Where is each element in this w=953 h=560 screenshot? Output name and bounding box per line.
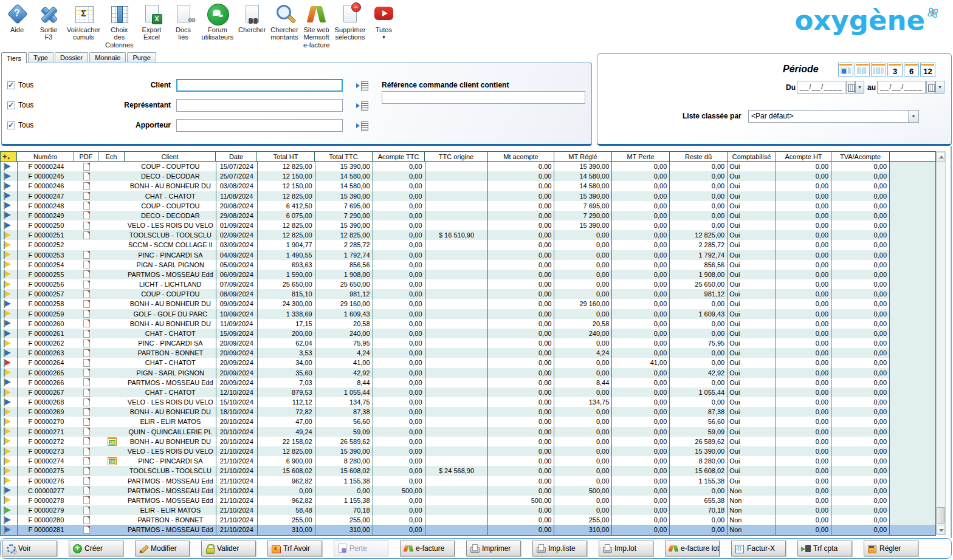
- toolbar-button-colonnes[interactable]: Choix des Colonnes: [103, 1, 136, 49]
- creer-button[interactable]: Créer: [69, 541, 123, 556]
- imp-lot-button[interactable]: Imp.lot: [599, 541, 653, 556]
- pdf-document-icon[interactable]: [83, 428, 90, 435]
- pdf-document-icon[interactable]: [83, 340, 90, 347]
- tab-dossier[interactable]: Dossier: [55, 52, 88, 62]
- pdf-document-icon[interactable]: [83, 222, 90, 230]
- column-header-acompte_ht[interactable]: Acompte HT: [776, 151, 831, 162]
- date-to-input[interactable]: __/__/____: [877, 81, 926, 94]
- imp-liste-button[interactable]: Imp.liste: [532, 541, 587, 556]
- client-input[interactable]: [176, 79, 343, 92]
- date-to-dropdown-button[interactable]: [935, 81, 944, 94]
- column-header-mt_acompte[interactable]: Mt acompte: [488, 151, 554, 162]
- date-to-calendar-icon[interactable]: [926, 81, 935, 94]
- pdf-document-icon[interactable]: [83, 448, 90, 456]
- table-row[interactable]: F 00000256LICHT - LICHTLAND07/09/202425 …: [1, 279, 936, 289]
- pdf-document-icon[interactable]: [83, 457, 90, 465]
- table-row[interactable]: F 00000251TOOLSCLUB - TOOLSCLU02/09/2024…: [1, 230, 936, 240]
- column-options-button[interactable]: +▾: [0, 151, 17, 162]
- toolbar-button-chercher[interactable]: Chercher: [236, 1, 268, 34]
- tab-monnaie[interactable]: Monnaie: [89, 52, 126, 62]
- scroll-up-button[interactable]: [937, 152, 945, 162]
- table-row[interactable]: F 00000267CHAT - CHATOT12/10/2024879,531…: [1, 388, 936, 397]
- column-header-tva_acompte[interactable]: TVA/Acompte: [831, 151, 890, 162]
- trf-cpta-button[interactable]: Trf cpta: [797, 541, 852, 556]
- column-header-reste_du[interactable]: Reste dû: [670, 151, 728, 162]
- column-header-comptabilise[interactable]: Comptabilisé: [728, 151, 776, 162]
- pdf-document-icon[interactable]: [83, 496, 90, 504]
- pdf-document-icon[interactable]: [83, 467, 90, 475]
- scrollbar-thumb[interactable]: [937, 507, 945, 524]
- pdf-document-icon[interactable]: [83, 349, 90, 357]
- pdf-document-icon[interactable]: [83, 487, 90, 494]
- column-header-total_ht[interactable]: Total HT: [257, 151, 315, 162]
- pdf-document-icon[interactable]: [83, 516, 90, 524]
- pdf-document-icon[interactable]: [83, 389, 90, 397]
- column-header-ttc_origine[interactable]: TTC origine: [425, 151, 488, 162]
- toolbar-button-aide[interactable]: Aide: [1, 1, 33, 34]
- table-row[interactable]: F 00000244COUP - COUPTOU15/07/202412 825…: [1, 162, 936, 171]
- apporteur-pick-from-list-icon[interactable]: [356, 121, 368, 131]
- pdf-document-icon[interactable]: [83, 369, 90, 377]
- column-header-client[interactable]: Client: [125, 151, 216, 162]
- table-row[interactable]: F 00000257COUP - COUPTOU08/09/2024815,10…: [1, 289, 936, 299]
- column-header-mt_perte[interactable]: MT Perte: [612, 151, 670, 162]
- imprimer-button[interactable]: Imprimer: [466, 541, 521, 556]
- table-row[interactable]: F 00000253PINC - PINCARDI SA04/09/20241 …: [1, 250, 936, 260]
- valider-button[interactable]: Valider: [201, 541, 256, 556]
- pdf-document-icon[interactable]: [83, 290, 90, 298]
- pdf-document-icon[interactable]: [83, 270, 90, 278]
- table-row[interactable]: F 00000281PARTMOS - MOSSEAU Edd21/10/202…: [1, 525, 936, 534]
- pdf-document-icon[interactable]: [83, 378, 90, 386]
- pdf-document-icon[interactable]: [83, 526, 90, 534]
- table-row[interactable]: F 00000278PARTMOS - MOSSEAU Edd21/10/202…: [1, 496, 936, 505]
- tous-representant-checkbox[interactable]: [7, 101, 15, 109]
- pdf-document-icon[interactable]: [83, 211, 90, 219]
- pdf-document-icon[interactable]: [83, 300, 90, 308]
- toolbar-button-docs-lies[interactable]: Docs liés: [168, 1, 199, 42]
- table-row[interactable]: F 00000264CHAT - CHATOT20/09/202434,0041…: [1, 358, 936, 367]
- period-week-button[interactable]: [855, 63, 870, 77]
- e-facture-lot-button[interactable]: e-facture lot: [665, 541, 720, 556]
- table-row[interactable]: F 00000274PINC - PINCARDI SA21/10/20246 …: [1, 456, 936, 466]
- table-row[interactable]: F 00000247CHAT - CHATOT11/08/202412 825,…: [1, 191, 936, 201]
- pdf-document-icon[interactable]: [83, 319, 90, 327]
- table-row[interactable]: F 00000261CHAT - CHATOT15/09/2024200,002…: [1, 329, 936, 338]
- client-pick-from-list-icon[interactable]: [356, 81, 368, 90]
- table-row[interactable]: F 00000279ELIR - ELIR MATOS21/10/202458,…: [1, 505, 936, 515]
- tous-apporteur-checkbox[interactable]: [7, 121, 15, 129]
- toolbar-button-forum[interactable]: Forum utilisateurs: [199, 1, 236, 42]
- table-row[interactable]: F 00000271QUIN - QUINCAILLERIE PL20/10/2…: [1, 427, 936, 437]
- table-row[interactable]: F 00000272BONH - AU BONHEUR DU20/10/2024…: [1, 437, 936, 446]
- tab-purge[interactable]: Purge: [127, 52, 156, 62]
- table-row[interactable]: F 00000273VELO - LES ROIS DU VELO21/10/2…: [1, 446, 936, 456]
- pdf-document-icon[interactable]: [83, 437, 90, 445]
- table-row[interactable]: F 00000249DECO - DECODAR29/08/20246 075,…: [1, 211, 936, 220]
- table-row[interactable]: F 00000275TOOLSCLUB - TOOLSCLU21/10/2024…: [1, 466, 936, 476]
- table-row[interactable]: F 00000259GOLF - GOLF DU PARC10/09/20241…: [1, 309, 936, 319]
- table-row[interactable]: F 00000266PARTMOS - MOSSEAU Edd20/09/202…: [1, 378, 936, 388]
- pdf-document-icon[interactable]: [83, 477, 90, 485]
- toolbar-button-excel[interactable]: Export Excel: [136, 1, 168, 42]
- table-row[interactable]: F 00000260BONH - AU BONHEUR DU11/09/2024…: [1, 319, 936, 329]
- factur-x-button[interactable]: Factur-X: [731, 541, 786, 556]
- pdf-document-icon[interactable]: [83, 172, 90, 180]
- tous-client-checkbox[interactable]: [7, 81, 15, 89]
- e-facture-button[interactable]: e-facture: [400, 541, 455, 556]
- pdf-document-icon[interactable]: [83, 359, 90, 367]
- table-row[interactable]: F 00000263PARTBON - BONNET20/09/20243,53…: [1, 348, 936, 358]
- pdf-document-icon[interactable]: [83, 310, 90, 318]
- pdf-document-icon[interactable]: [83, 163, 90, 171]
- toolbar-button-cumuls[interactable]: Voir/cacher cumuls: [64, 1, 103, 42]
- table-row[interactable]: F 00000268VELO - LES ROIS DU VELO15/10/2…: [1, 397, 936, 407]
- toolbar-button-tutos[interactable]: Tutos▼: [368, 1, 399, 41]
- modifier-button[interactable]: Modifier: [135, 541, 190, 556]
- chevron-down-icon[interactable]: ▼: [381, 35, 386, 40]
- tab-type[interactable]: Type: [28, 52, 53, 62]
- pdf-document-icon[interactable]: [83, 231, 90, 239]
- pdf-document-icon[interactable]: [83, 261, 90, 268]
- scroll-down-button[interactable]: [937, 525, 945, 534]
- pdf-document-icon[interactable]: [83, 398, 90, 406]
- table-row[interactable]: F 00000252SCCM - SCCM COLLAGE II03/09/20…: [1, 240, 936, 250]
- voir-button[interactable]: Voir: [2, 541, 57, 556]
- pdf-document-icon[interactable]: [83, 408, 90, 416]
